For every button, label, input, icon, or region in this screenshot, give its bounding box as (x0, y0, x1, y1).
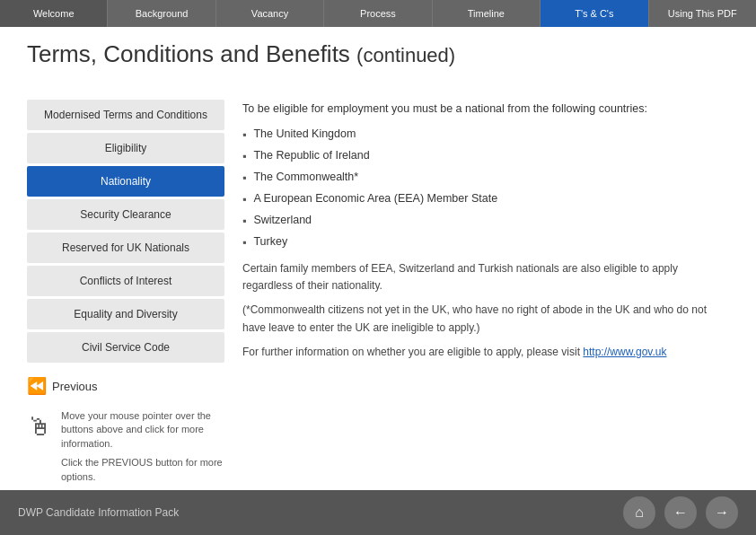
home-button[interactable]: ⌂ (623, 496, 655, 529)
nav-timeline[interactable]: Timeline (433, 0, 541, 27)
footer: DWP Candidate Information Pack ⌂ ← → (0, 490, 756, 535)
nav-using-this-pdf[interactable]: Using This PDF (649, 0, 756, 27)
mouse-hint-line2: Click the PREVIOUS button for more optio… (61, 456, 224, 484)
page-title-area: Terms, Conditions and Benefits (continue… (0, 27, 756, 68)
footer-navigation: ⌂ ← → (623, 496, 738, 529)
mouse-hint-line1: Move your mouse pointer over the buttons… (61, 409, 224, 451)
bullet-item-turkey: Turkey (242, 232, 729, 251)
bullet-item-eea: A European Economic Area (EEA) Member St… (242, 189, 729, 208)
page-title: Terms, Conditions and Benefits (continue… (27, 40, 729, 68)
nav-ts-cs[interactable]: T's & C's (541, 0, 648, 27)
mouse-hint: 🖱 Move your mouse pointer over the butto… (27, 409, 224, 484)
nav-vacancy[interactable]: Vacancy (216, 0, 324, 27)
bullet-item-switzerland: Switzerland (242, 211, 729, 230)
sidebar: Modernised Terms and Conditions Eligibil… (27, 100, 224, 527)
mouse-hint-text: Move your mouse pointer over the buttons… (61, 409, 224, 484)
bullet-item-ireland: The Republic of Ireland (242, 146, 729, 165)
main-content: Modernised Terms and Conditions Eligibil… (0, 82, 756, 535)
footer-label: DWP Candidate Information Pack (18, 506, 179, 519)
nav-process[interactable]: Process (324, 0, 432, 27)
nav-welcome[interactable]: Welcome (0, 0, 108, 27)
content-para-eea-family: Certain family members of EEA, Switzerla… (242, 260, 729, 294)
sidebar-item-reserved-uk-nationals[interactable]: Reserved for UK Nationals (27, 232, 224, 263)
forward-button[interactable]: → (706, 496, 738, 529)
sidebar-item-nationality[interactable]: Nationality (27, 166, 224, 197)
bullet-item-commonwealth: The Commonwealth* (242, 168, 729, 187)
sidebar-item-security-clearance[interactable]: Security Clearance (27, 199, 224, 230)
bullet-list: The United Kingdom The Republic of Irela… (242, 125, 729, 251)
sidebar-item-equality-diversity[interactable]: Equality and Diversity (27, 299, 224, 329)
sidebar-item-conflicts-of-interest[interactable]: Conflicts of Interest (27, 266, 224, 296)
top-navigation: Welcome Background Vacancy Process Timel… (0, 0, 756, 27)
previous-icon: ⏪ (27, 376, 47, 396)
content-area: To be eligible for employment you must b… (242, 100, 729, 527)
sidebar-item-modernised-terms[interactable]: Modernised Terms and Conditions (27, 100, 224, 130)
mouse-icon: 🖱 (27, 409, 52, 484)
sidebar-item-eligibility[interactable]: Eligibility (27, 133, 224, 163)
previous-label: Previous (52, 380, 98, 393)
gov-uk-link[interactable]: http://www.gov.uk (583, 346, 666, 358)
previous-button[interactable]: ⏪ Previous (27, 376, 224, 396)
content-intro: To be eligible for employment you must b… (242, 100, 729, 118)
nav-background[interactable]: Background (108, 0, 215, 27)
bullet-item-uk: The United Kingdom (242, 125, 729, 144)
content-para-further-info: For further information on whether you a… (242, 344, 729, 361)
sidebar-item-civil-service-code[interactable]: Civil Service Code (27, 332, 224, 363)
back-button[interactable]: ← (664, 496, 697, 529)
content-para-commonwealth-note: (*Commonwealth citizens not yet in the U… (242, 302, 729, 336)
